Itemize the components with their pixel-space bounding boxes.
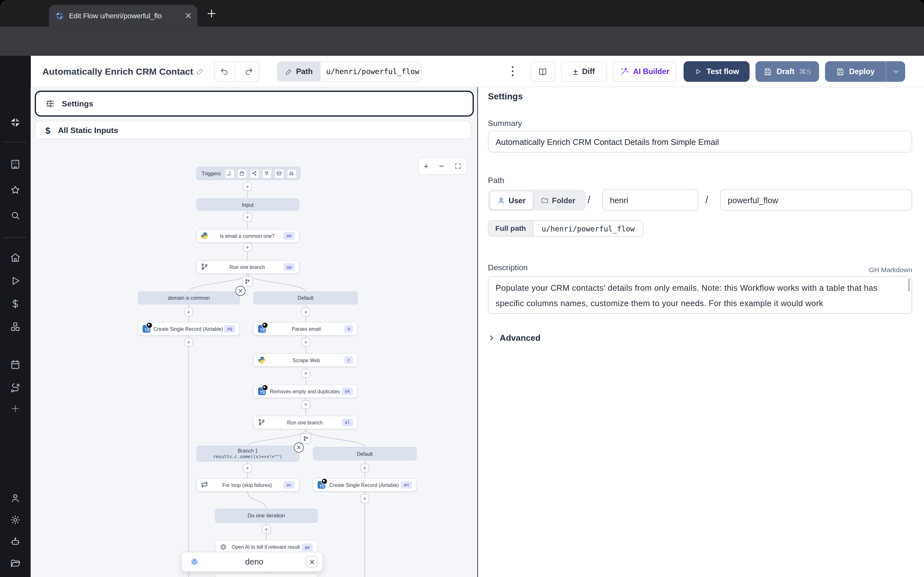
deno-language-popup[interactable]: deno <box>181 552 323 572</box>
insert-step-button[interactable]: + <box>184 338 193 347</box>
flow-node-run-one-branch-1[interactable]: Run one branch ap <box>196 260 299 274</box>
browser-tab[interactable]: Edit Flow u/henri/powerful_flo <box>49 5 197 27</box>
flow-node-removes-empty-duplicates[interactable]: TS Removes empty and duplicates ak <box>254 384 358 398</box>
flow-node-do-one-iteration[interactable]: Do one iteration <box>215 509 318 523</box>
path-owner-input[interactable]: henri <box>602 189 698 211</box>
draft-button[interactable]: Draft ⌘S <box>756 61 819 82</box>
full-path-label: Full path <box>488 220 533 237</box>
sidebar-item-search-icon[interactable] <box>10 210 21 221</box>
popup-close-button[interactable] <box>306 556 318 568</box>
insert-step-button[interactable]: + <box>301 338 310 347</box>
sidebar-item-schedules-calendar-icon[interactable] <box>10 359 21 370</box>
insert-step-button[interactable]: + <box>243 182 252 191</box>
flow-node-create-record-airtable-1[interactable]: TS Create Single Record (Airtable) aq <box>138 322 240 335</box>
schedule-trigger-icon[interactable] <box>237 169 247 178</box>
path-separator: / <box>588 194 590 206</box>
flow-path-chip[interactable]: Path u/henri/powerful_flow <box>277 61 421 82</box>
kafka-trigger-icon[interactable] <box>262 169 271 178</box>
sidebar-item-resources-boxes-icon[interactable] <box>10 322 21 332</box>
sidebar-item-apps[interactable] <box>10 159 21 169</box>
flow-node-branch-domain-common[interactable]: domain is common <box>138 292 240 304</box>
sidebar-item-variables-dollar-icon[interactable] <box>10 298 21 309</box>
summary-input[interactable]: Automatically Enrich CRM Contact Details… <box>488 131 912 153</box>
typescript-icon: TS <box>318 481 325 489</box>
flow-title[interactable]: Automatically Enrich CRM Contact <box>42 61 204 82</box>
gh-markdown-hint: GH Markdown <box>853 266 913 273</box>
add-branch-button[interactable] <box>242 276 253 287</box>
poll-trigger-icon[interactable] <box>287 169 296 178</box>
zoom-in-button[interactable]: + <box>423 161 428 171</box>
new-tab-button[interactable] <box>206 8 217 19</box>
flow-node-branch-default-1[interactable]: Default <box>254 292 358 304</box>
owner-kind-user-button[interactable]: User <box>489 191 533 210</box>
draft-shortcut: ⌘S <box>799 67 811 76</box>
description-textarea[interactable]: Populate your CRM contacts' details from… <box>488 276 912 314</box>
sidebar-item-add-plus-icon[interactable] <box>10 403 21 414</box>
insert-step-button[interactable]: + <box>360 494 369 503</box>
flow-node-parses-email[interactable]: TS Parses email a <box>254 322 358 335</box>
flow-node-partial[interactable] <box>215 573 318 577</box>
browser-toolbar: app.windmill.dev/flows/edit/u/henri/powe… <box>0 27 924 56</box>
loop-icon <box>201 481 208 489</box>
flow-node-branch-1[interactable]: Branch 1 results.c.some((x)=>x!="") <box>196 446 299 462</box>
canvas-zoom-controls: + − <box>418 157 467 175</box>
flow-node-create-record-airtable-2[interactable]: TS Create Single Record (Airtable) an <box>313 478 417 492</box>
advanced-section-toggle[interactable]: Advanced <box>488 334 541 343</box>
owner-kind-folder-button[interactable]: Folder <box>533 191 583 209</box>
settings-card-selected[interactable]: Settings <box>35 91 473 117</box>
insert-step-button[interactable]: + <box>243 243 252 252</box>
sidebar-item-settings-gear-icon[interactable] <box>10 514 21 525</box>
insert-step-button[interactable]: + <box>301 369 310 378</box>
fit-view-button[interactable] <box>454 163 461 169</box>
typescript-icon: TS <box>258 388 266 395</box>
bug-icon <box>190 557 199 566</box>
redo-button[interactable] <box>239 62 259 81</box>
ai-builder-button[interactable]: AI Builder <box>613 61 676 82</box>
insert-step-button[interactable]: + <box>262 525 271 534</box>
email-trigger-icon[interactable] <box>274 169 284 178</box>
flow-node-scrape-web[interactable]: Scrape Web c <box>254 353 358 367</box>
sidebar-item-users-person-icon[interactable] <box>10 493 21 503</box>
sidebar-item-home-icon[interactable] <box>10 252 21 263</box>
route-trigger-icon[interactable] <box>250 169 259 178</box>
edit-title-pencil-icon[interactable] <box>196 68 204 75</box>
sidebar-item-favorites-star-icon[interactable] <box>10 185 21 195</box>
flow-node-for-loop[interactable]: For loop (skip failures) ac <box>196 478 299 492</box>
tab-close-icon[interactable] <box>185 13 192 19</box>
typescript-icon: TS <box>142 325 150 333</box>
insert-step-button[interactable]: + <box>243 213 252 222</box>
more-options-kebab-icon[interactable] <box>509 65 517 77</box>
deploy-button[interactable]: Deploy <box>825 61 905 82</box>
undo-button[interactable] <box>215 62 235 81</box>
sidebar-item-runs-play-icon[interactable] <box>10 276 21 286</box>
windmill-logo-icon[interactable] <box>10 117 21 128</box>
documentation-book-button[interactable] <box>530 61 555 82</box>
diff-button[interactable]: ± Diff <box>561 61 607 82</box>
remove-branch-button[interactable] <box>236 286 246 296</box>
flow-node-input[interactable]: Input <box>196 198 299 211</box>
insert-step-button[interactable]: + <box>301 308 310 317</box>
remove-branch-button[interactable] <box>294 442 304 452</box>
sidebar-item-workers-robot-icon[interactable] <box>10 536 21 547</box>
all-static-inputs-card[interactable]: $ All Static Inputs <box>35 121 471 140</box>
insert-step-button[interactable]: + <box>184 308 193 317</box>
insert-step-button[interactable]: + <box>301 400 310 409</box>
webhook-trigger-icon[interactable] <box>225 169 234 178</box>
insert-step-button[interactable]: + <box>243 464 252 472</box>
add-branch-button[interactable] <box>300 434 311 444</box>
flow-node-is-email-common[interactable]: Is email a common one? ao <box>196 229 299 242</box>
zoom-out-button[interactable]: − <box>439 161 444 171</box>
flow-node-triggers[interactable]: Triggers <box>196 167 300 180</box>
settings-panel <box>478 87 924 577</box>
flow-node-run-one-branch-2[interactable]: Run one branch al <box>254 416 358 429</box>
sidebar-item-folders-icon[interactable] <box>10 558 21 569</box>
windmill-favicon-icon <box>55 11 64 20</box>
deploy-dropdown-chevron-icon[interactable] <box>886 68 905 75</box>
test-flow-button[interactable]: Test flow <box>684 61 750 82</box>
python-icon <box>201 232 208 240</box>
flow-node-branch-default-2[interactable]: Default <box>313 447 417 460</box>
insert-step-button[interactable]: + <box>360 464 369 472</box>
sidebar-item-triggers-route-icon[interactable] <box>10 383 21 393</box>
description-scrollbar[interactable] <box>908 279 910 292</box>
path-name-input[interactable]: powerful_flow <box>720 189 912 211</box>
